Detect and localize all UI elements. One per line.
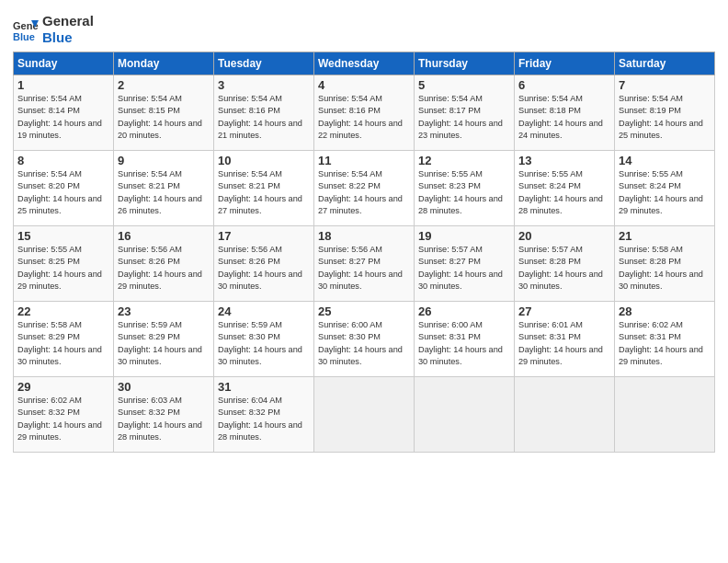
logo-line2: Blue	[42, 29, 94, 46]
logo-line1: General	[42, 13, 94, 29]
calendar-cell: 11Sunrise: 5:54 AMSunset: 8:22 PMDayligh…	[314, 151, 415, 226]
day-number: 2	[118, 78, 210, 92]
calendar-week-2: 8Sunrise: 5:54 AMSunset: 8:20 PMDaylight…	[14, 151, 715, 226]
day-number: 7	[619, 78, 711, 92]
calendar-cell: 19Sunrise: 5:57 AMSunset: 8:27 PMDayligh…	[415, 226, 515, 302]
calendar-cell: 25Sunrise: 6:00 AMSunset: 8:30 PMDayligh…	[314, 302, 415, 377]
day-number: 26	[418, 304, 510, 318]
calendar-cell: 7Sunrise: 5:54 AMSunset: 8:19 PMDaylight…	[615, 75, 715, 151]
calendar-cell	[615, 377, 715, 453]
day-info: Sunrise: 5:55 AMSunset: 8:25 PMDaylight:…	[17, 244, 109, 293]
calendar-cell: 22Sunrise: 5:58 AMSunset: 8:29 PMDayligh…	[14, 302, 114, 377]
day-info: Sunrise: 5:54 AMSunset: 8:21 PMDaylight:…	[118, 168, 210, 217]
calendar-cell	[314, 377, 415, 453]
day-info: Sunrise: 5:59 AMSunset: 8:29 PMDaylight:…	[118, 319, 210, 368]
calendar-cell: 21Sunrise: 5:58 AMSunset: 8:28 PMDayligh…	[615, 226, 715, 302]
day-info: Sunrise: 5:55 AMSunset: 8:24 PMDaylight:…	[518, 168, 610, 217]
day-number: 17	[218, 229, 310, 243]
day-info: Sunrise: 5:56 AMSunset: 8:27 PMDaylight:…	[318, 244, 410, 293]
calendar-cell: 2Sunrise: 5:54 AMSunset: 8:15 PMDaylight…	[114, 75, 214, 151]
day-number: 24	[218, 304, 310, 318]
calendar-cell: 29Sunrise: 6:02 AMSunset: 8:32 PMDayligh…	[14, 377, 114, 453]
day-number: 11	[318, 154, 410, 167]
calendar-cell: 9Sunrise: 5:54 AMSunset: 8:21 PMDaylight…	[114, 151, 214, 226]
calendar-cell: 5Sunrise: 5:54 AMSunset: 8:17 PMDaylight…	[415, 75, 515, 151]
calendar-cell: 6Sunrise: 5:54 AMSunset: 8:18 PMDaylight…	[515, 75, 615, 151]
day-info: Sunrise: 5:58 AMSunset: 8:29 PMDaylight:…	[17, 319, 109, 368]
calendar-week-1: 1Sunrise: 5:54 AMSunset: 8:14 PMDaylight…	[14, 75, 715, 151]
day-number: 14	[619, 154, 711, 167]
day-info: Sunrise: 5:54 AMSunset: 8:14 PMDaylight:…	[17, 93, 109, 142]
calendar-week-4: 22Sunrise: 5:58 AMSunset: 8:29 PMDayligh…	[14, 302, 715, 377]
day-info: Sunrise: 5:54 AMSunset: 8:20 PMDaylight:…	[17, 168, 109, 217]
calendar-cell: 28Sunrise: 6:02 AMSunset: 8:31 PMDayligh…	[615, 302, 715, 377]
day-info: Sunrise: 6:03 AMSunset: 8:32 PMDaylight:…	[118, 395, 210, 443]
day-number: 12	[418, 154, 510, 167]
logo: Gene Blue General Blue	[13, 13, 94, 46]
calendar-header-row: SundayMondayTuesdayWednesdayThursdayFrid…	[14, 52, 715, 75]
day-number: 4	[318, 78, 410, 92]
day-info: Sunrise: 6:00 AMSunset: 8:31 PMDaylight:…	[418, 319, 510, 368]
calendar-cell: 23Sunrise: 5:59 AMSunset: 8:29 PMDayligh…	[114, 302, 214, 377]
day-info: Sunrise: 6:00 AMSunset: 8:30 PMDaylight:…	[318, 319, 410, 368]
day-header-friday: Friday	[515, 52, 615, 75]
day-info: Sunrise: 6:01 AMSunset: 8:31 PMDaylight:…	[518, 319, 610, 368]
calendar-cell: 16Sunrise: 5:56 AMSunset: 8:26 PMDayligh…	[114, 226, 214, 302]
day-info: Sunrise: 5:55 AMSunset: 8:24 PMDaylight:…	[619, 168, 711, 217]
day-header-thursday: Thursday	[415, 52, 515, 75]
day-number: 9	[118, 154, 210, 167]
day-number: 13	[518, 154, 610, 167]
day-number: 21	[619, 229, 711, 243]
day-number: 28	[619, 304, 711, 318]
calendar-cell: 20Sunrise: 5:57 AMSunset: 8:28 PMDayligh…	[515, 226, 615, 302]
calendar-week-5: 29Sunrise: 6:02 AMSunset: 8:32 PMDayligh…	[14, 377, 715, 453]
day-info: Sunrise: 6:02 AMSunset: 8:32 PMDaylight:…	[17, 395, 109, 443]
day-number: 22	[17, 304, 109, 318]
day-number: 25	[318, 304, 410, 318]
calendar-cell: 15Sunrise: 5:55 AMSunset: 8:25 PMDayligh…	[14, 226, 114, 302]
day-number: 16	[118, 229, 210, 243]
day-number: 6	[518, 78, 610, 92]
calendar-cell: 26Sunrise: 6:00 AMSunset: 8:31 PMDayligh…	[415, 302, 515, 377]
day-info: Sunrise: 5:58 AMSunset: 8:28 PMDaylight:…	[619, 244, 711, 293]
day-number: 29	[17, 380, 109, 394]
day-info: Sunrise: 5:54 AMSunset: 8:21 PMDaylight:…	[218, 168, 310, 217]
day-header-saturday: Saturday	[615, 52, 715, 75]
day-number: 23	[118, 304, 210, 318]
day-info: Sunrise: 5:55 AMSunset: 8:23 PMDaylight:…	[418, 168, 510, 217]
calendar-cell: 14Sunrise: 5:55 AMSunset: 8:24 PMDayligh…	[615, 151, 715, 226]
day-header-monday: Monday	[114, 52, 214, 75]
day-number: 30	[118, 380, 210, 394]
day-info: Sunrise: 5:56 AMSunset: 8:26 PMDaylight:…	[118, 244, 210, 293]
calendar-cell: 13Sunrise: 5:55 AMSunset: 8:24 PMDayligh…	[515, 151, 615, 226]
calendar-cell: 24Sunrise: 5:59 AMSunset: 8:30 PMDayligh…	[214, 302, 314, 377]
day-info: Sunrise: 5:54 AMSunset: 8:17 PMDaylight:…	[418, 93, 510, 142]
day-info: Sunrise: 5:54 AMSunset: 8:16 PMDaylight:…	[318, 93, 410, 142]
day-info: Sunrise: 5:54 AMSunset: 8:16 PMDaylight:…	[218, 93, 310, 142]
calendar-table: SundayMondayTuesdayWednesdayThursdayFrid…	[13, 52, 715, 453]
day-number: 15	[17, 229, 109, 243]
day-info: Sunrise: 5:54 AMSunset: 8:22 PMDaylight:…	[318, 168, 410, 217]
day-number: 27	[518, 304, 610, 318]
day-number: 3	[218, 78, 310, 92]
day-info: Sunrise: 5:56 AMSunset: 8:26 PMDaylight:…	[218, 244, 310, 293]
calendar-cell: 10Sunrise: 5:54 AMSunset: 8:21 PMDayligh…	[214, 151, 314, 226]
day-info: Sunrise: 5:59 AMSunset: 8:30 PMDaylight:…	[218, 319, 310, 368]
calendar-cell: 17Sunrise: 5:56 AMSunset: 8:26 PMDayligh…	[214, 226, 314, 302]
calendar-cell: 30Sunrise: 6:03 AMSunset: 8:32 PMDayligh…	[114, 377, 214, 453]
calendar-cell	[515, 377, 615, 453]
calendar-cell: 18Sunrise: 5:56 AMSunset: 8:27 PMDayligh…	[314, 226, 415, 302]
logo-icon: Gene Blue	[13, 17, 39, 42]
day-info: Sunrise: 5:54 AMSunset: 8:19 PMDaylight:…	[619, 93, 711, 142]
day-info: Sunrise: 5:57 AMSunset: 8:27 PMDaylight:…	[418, 244, 510, 293]
calendar-cell: 31Sunrise: 6:04 AMSunset: 8:32 PMDayligh…	[214, 377, 314, 453]
day-info: Sunrise: 6:04 AMSunset: 8:32 PMDaylight:…	[218, 395, 310, 443]
day-number: 5	[418, 78, 510, 92]
calendar-week-3: 15Sunrise: 5:55 AMSunset: 8:25 PMDayligh…	[14, 226, 715, 302]
calendar-cell: 1Sunrise: 5:54 AMSunset: 8:14 PMDaylight…	[14, 75, 114, 151]
day-number: 31	[218, 380, 310, 394]
day-header-wednesday: Wednesday	[314, 52, 415, 75]
day-number: 10	[218, 154, 310, 167]
day-info: Sunrise: 5:54 AMSunset: 8:15 PMDaylight:…	[118, 93, 210, 142]
day-number: 8	[17, 154, 109, 167]
